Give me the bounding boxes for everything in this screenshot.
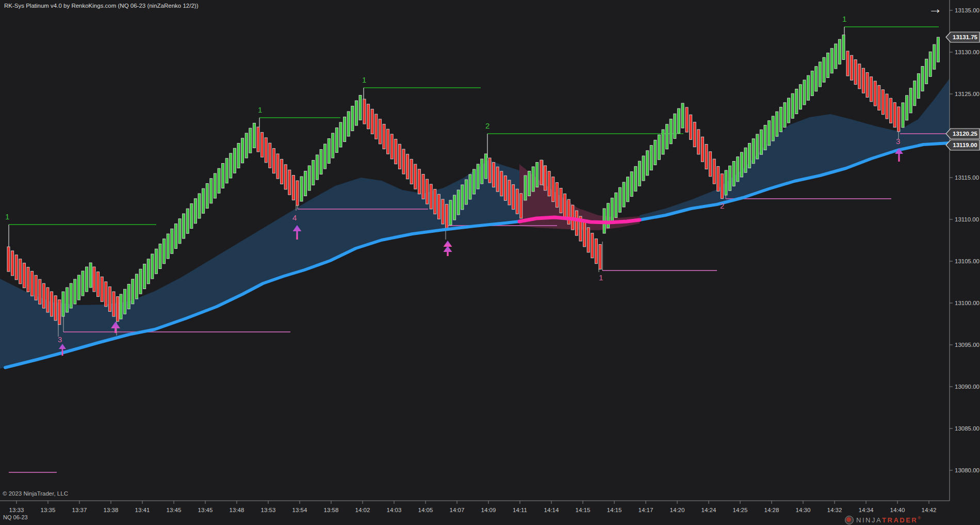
renko-bar-up <box>909 88 912 113</box>
renko-bar-up <box>658 135 660 160</box>
renko-bar-down <box>117 297 119 322</box>
price-axis-label: 13090.00 <box>955 384 979 390</box>
renko-bar-down <box>437 194 440 219</box>
renko-bar-up <box>449 200 452 225</box>
trend-count-label: 1 <box>5 212 9 221</box>
trend-count-label: 1 <box>258 105 262 114</box>
renko-bar-up <box>638 161 641 186</box>
renko-bar-up <box>662 130 664 154</box>
time-axis-label: 13:58 <box>324 507 339 513</box>
renko-bar-up <box>929 52 932 76</box>
renko-bar-down <box>881 90 884 115</box>
renko-bar-up <box>803 80 806 105</box>
trend-count-label: 2 <box>485 121 489 130</box>
time-axis-label: 14:15 <box>576 507 591 513</box>
renko-bar-up <box>324 144 326 169</box>
renko-bar-down <box>575 211 578 235</box>
time-axis-label: 13:38 <box>104 507 119 513</box>
renko-bar-down <box>854 60 857 85</box>
time-axis-label: 13:35 <box>41 507 56 513</box>
renko-bar-down <box>595 239 597 264</box>
renko-bar-up <box>842 35 845 60</box>
renko-bar-down <box>27 267 29 292</box>
renko-bar-up <box>776 112 778 136</box>
renko-bar-up <box>607 203 610 228</box>
time-axis-label: 14:24 <box>701 507 716 513</box>
renko-bar-down <box>512 185 515 210</box>
time-axis-label: 14:25 <box>733 507 748 513</box>
renko-bar-up <box>768 121 771 146</box>
renko-bar-up <box>174 224 177 249</box>
renko-bar-up <box>147 259 150 284</box>
renko-bar-up <box>823 57 825 82</box>
renko-bar-up <box>183 214 185 238</box>
renko-bar-down <box>493 163 495 187</box>
renko-bar-up <box>143 264 146 289</box>
renko-bar-down <box>500 171 503 196</box>
renko-bar-up <box>921 67 924 91</box>
instrument-tab[interactable]: NQ 06-23 <box>3 514 28 520</box>
renko-bar-down <box>54 296 57 321</box>
ninjatrader-logo: NINJATRADER® <box>845 515 921 524</box>
renko-bar-down <box>42 283 45 308</box>
renko-bar-up <box>62 292 64 316</box>
renko-bar-down <box>591 233 594 258</box>
renko-bar-down <box>46 288 49 312</box>
renko-bar-down <box>540 160 543 185</box>
renko-bar-up <box>618 187 621 212</box>
renko-bar-up <box>74 279 76 304</box>
renko-bar-down <box>101 277 103 301</box>
renko-bar-down <box>276 154 279 179</box>
renko-bar-down <box>108 287 111 311</box>
time-axis-label: 14:03 <box>387 507 402 513</box>
renko-bar-down <box>548 171 550 196</box>
renko-bar-up <box>748 144 751 168</box>
renko-bar-up <box>481 159 483 184</box>
renko-bar-up <box>233 148 236 173</box>
chart-canvas[interactable]: 111213412313:3313:3513:3713:3813:4113:45… <box>0 0 980 525</box>
copyright-text: © 2023 NinjaTrader, LLC <box>3 490 68 497</box>
renko-bar-down <box>851 55 853 80</box>
time-axis-label: 13:53 <box>261 507 276 513</box>
trend-count-label: 1 <box>362 75 366 84</box>
renko-bar-up <box>210 179 213 203</box>
renko-bar-down <box>846 51 849 76</box>
time-axis-label: 14:15 <box>607 507 622 513</box>
renko-bar-down <box>288 170 291 195</box>
renko-bar-up <box>752 139 755 164</box>
renko-bar-down <box>560 188 562 213</box>
renko-bar-up <box>788 98 790 123</box>
signal-count-label: 4 <box>292 213 297 222</box>
renko-bar-down <box>93 267 95 292</box>
renko-bar-down <box>442 199 444 224</box>
renko-bar-up <box>457 190 460 215</box>
renko-bar-down <box>697 130 700 154</box>
renko-bar-up <box>811 71 813 96</box>
renko-bar-up <box>359 96 362 120</box>
renko-bar-down <box>269 143 271 168</box>
signal-count-label: 2 <box>720 201 724 210</box>
renko-bar-up <box>654 140 657 165</box>
renko-bar-up <box>222 164 224 188</box>
renko-bar-up <box>316 155 318 180</box>
renko-bar-up <box>81 271 84 296</box>
time-axis-label: 14:09 <box>481 507 496 513</box>
renko-bar-up <box>465 180 467 204</box>
renko-bar-down <box>583 222 586 247</box>
renko-bar-up <box>139 269 142 294</box>
renko-bar-up <box>937 37 939 62</box>
renko-bar-up <box>827 53 829 78</box>
renko-bar-down <box>265 138 267 163</box>
time-axis-label: 14:07 <box>450 507 465 513</box>
renko-bar-down <box>58 300 61 325</box>
renko-bar-up <box>230 153 232 178</box>
renko-bar-down <box>112 292 115 316</box>
renko-bar-up <box>178 219 181 244</box>
renko-bar-down <box>379 119 381 144</box>
renko-bar-down <box>418 169 420 194</box>
renko-bar-up <box>127 284 130 309</box>
renko-bar-down <box>19 259 22 284</box>
go-to-latest-button[interactable]: → <box>925 0 945 18</box>
renko-bar-down <box>701 137 704 162</box>
indicator-cloud-left <box>0 160 519 369</box>
